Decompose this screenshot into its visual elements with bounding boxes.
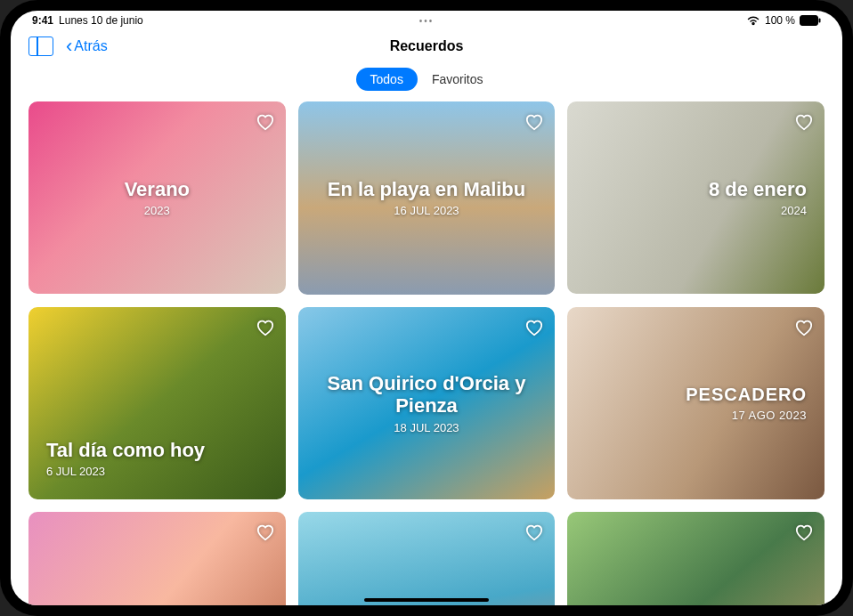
memory-title: Tal día como hoy bbox=[46, 439, 205, 461]
favorite-button[interactable] bbox=[523, 316, 546, 339]
memory-subtitle: 2023 bbox=[144, 204, 170, 217]
memory-title: San Quirico d'Orcia y Pienza bbox=[316, 372, 538, 417]
nav-bar: ‹ Atrás Recuerdos bbox=[11, 30, 842, 62]
memory-card[interactable]: 8 de enero 2024 bbox=[567, 101, 825, 294]
favorite-button[interactable] bbox=[254, 110, 277, 134]
heart-icon bbox=[256, 523, 275, 541]
status-left: 9:41 Lunes 10 de junio bbox=[32, 14, 143, 27]
favorite-button[interactable] bbox=[254, 316, 277, 339]
chevron-left-icon: ‹ bbox=[66, 36, 72, 56]
memory-subtitle: 17 AGO 2023 bbox=[732, 409, 807, 422]
memory-card[interactable]: En la playa en Malibu 16 JUL 2023 bbox=[298, 101, 556, 295]
screen: 9:41 Lunes 10 de junio ••• 100 % ‹ Atrás… bbox=[11, 11, 842, 605]
segmented-control: Todos Favoritos bbox=[11, 68, 842, 91]
favorite-button[interactable] bbox=[523, 110, 546, 134]
wifi-icon bbox=[746, 15, 760, 26]
home-indicator[interactable] bbox=[364, 598, 489, 602]
memory-card[interactable] bbox=[28, 512, 286, 605]
heart-icon bbox=[524, 113, 544, 131]
sidebar-toggle-button[interactable] bbox=[28, 36, 53, 56]
favorite-button[interactable] bbox=[523, 521, 546, 544]
favorite-button[interactable] bbox=[254, 521, 277, 544]
memory-card[interactable]: Verano 2023 bbox=[28, 101, 286, 294]
device-frame: 9:41 Lunes 10 de junio ••• 100 % ‹ Atrás… bbox=[0, 0, 853, 616]
favorite-button[interactable] bbox=[792, 521, 816, 544]
memory-card[interactable]: San Quirico d'Orcia y Pienza 18 JUL 2023 bbox=[298, 307, 556, 500]
memories-grid: Verano 2023 En la playa en Malibu 16 JUL… bbox=[28, 101, 825, 605]
status-time: 9:41 bbox=[32, 14, 53, 27]
status-right: 100 % bbox=[746, 14, 821, 27]
svg-rect-0 bbox=[800, 16, 818, 26]
memory-subtitle: 6 JUL 2023 bbox=[46, 465, 105, 478]
memory-card[interactable]: En la playa en bbox=[298, 512, 556, 605]
heart-icon bbox=[794, 113, 814, 131]
status-date: Lunes 10 de junio bbox=[59, 14, 143, 27]
heart-icon bbox=[794, 319, 814, 336]
memory-title: PESCADERO bbox=[686, 385, 807, 405]
battery-percent: 100 % bbox=[765, 14, 795, 27]
favorite-button[interactable] bbox=[792, 110, 816, 134]
segment-favorites[interactable]: Favoritos bbox=[418, 68, 498, 91]
memory-card[interactable]: Tal día como hoy 6 JUL 2023 bbox=[28, 307, 286, 499]
memory-card[interactable]: PESCADERO 17 AGO 2023 bbox=[567, 307, 825, 499]
memory-subtitle: 16 JUL 2023 bbox=[394, 204, 459, 217]
multitask-dots-icon[interactable]: ••• bbox=[419, 16, 435, 26]
heart-icon bbox=[256, 113, 275, 131]
heart-icon bbox=[256, 319, 275, 336]
favorite-button[interactable] bbox=[792, 316, 816, 339]
page-title: Recuerdos bbox=[390, 38, 464, 54]
memories-grid-container[interactable]: Verano 2023 En la playa en Malibu 16 JUL… bbox=[11, 101, 842, 605]
battery-icon bbox=[800, 15, 821, 26]
memory-title: En la playa en Malibu bbox=[328, 178, 526, 200]
memory-subtitle: 2024 bbox=[781, 204, 807, 217]
memory-title: 8 de enero bbox=[709, 178, 807, 200]
back-button[interactable]: ‹ Atrás bbox=[66, 36, 108, 56]
heart-icon bbox=[794, 523, 814, 541]
segment-all[interactable]: Todos bbox=[356, 68, 418, 91]
heart-icon bbox=[524, 523, 544, 541]
memory-title: Verano bbox=[125, 178, 190, 200]
back-label: Atrás bbox=[74, 38, 107, 54]
svg-rect-1 bbox=[819, 19, 821, 23]
memory-subtitle: 18 JUL 2023 bbox=[394, 421, 459, 434]
memory-card[interactable]: NATURALEZA bbox=[567, 512, 825, 605]
status-bar: 9:41 Lunes 10 de junio ••• 100 % bbox=[11, 11, 842, 30]
heart-icon bbox=[524, 319, 544, 336]
